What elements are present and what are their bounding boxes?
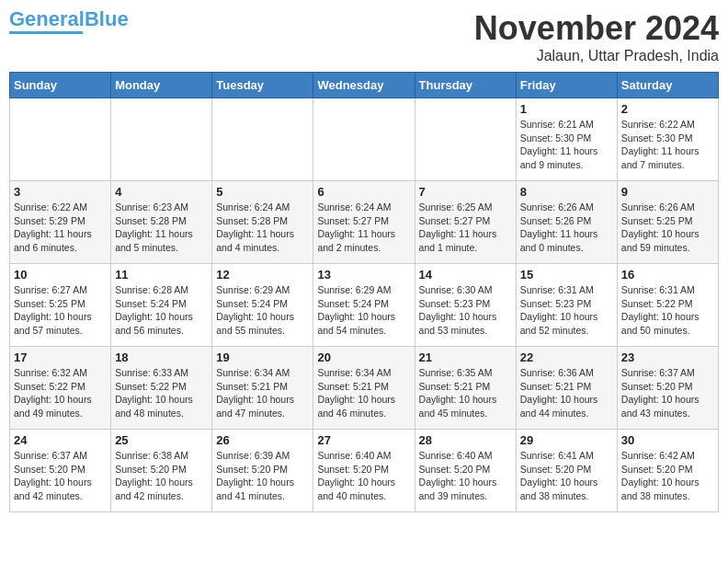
- calendar-cell: 2Sunrise: 6:22 AM Sunset: 5:30 PM Daylig…: [617, 98, 718, 181]
- calendar-week-2: 10Sunrise: 6:27 AM Sunset: 5:25 PM Dayli…: [10, 264, 719, 347]
- calendar-cell: 22Sunrise: 6:36 AM Sunset: 5:21 PM Dayli…: [516, 347, 617, 430]
- day-number: 27: [317, 433, 410, 447]
- calendar-cell: 20Sunrise: 6:34 AM Sunset: 5:21 PM Dayli…: [313, 347, 415, 430]
- header: GeneralBlue November 2024 Jalaun, Uttar …: [9, 9, 719, 64]
- calendar-cell: 5Sunrise: 6:24 AM Sunset: 5:28 PM Daylig…: [212, 181, 313, 264]
- calendar-cell: 23Sunrise: 6:37 AM Sunset: 5:20 PM Dayli…: [617, 347, 718, 430]
- day-info: Sunrise: 6:34 AM Sunset: 5:21 PM Dayligh…: [216, 366, 309, 420]
- day-number: 21: [419, 350, 512, 364]
- day-info: Sunrise: 6:39 AM Sunset: 5:20 PM Dayligh…: [216, 449, 309, 503]
- day-number: 11: [115, 268, 208, 282]
- day-info: Sunrise: 6:29 AM Sunset: 5:24 PM Dayligh…: [216, 283, 309, 338]
- day-info: Sunrise: 6:26 AM Sunset: 5:25 PM Dayligh…: [621, 201, 714, 255]
- calendar-cell: 27Sunrise: 6:40 AM Sunset: 5:20 PM Dayli…: [313, 430, 415, 512]
- day-number: 15: [520, 268, 613, 282]
- day-number: 23: [621, 350, 714, 364]
- calendar-cell: [415, 98, 516, 181]
- calendar-cell: 10Sunrise: 6:27 AM Sunset: 5:25 PM Dayli…: [10, 264, 111, 347]
- day-number: 10: [14, 268, 107, 282]
- header-thursday: Thursday: [415, 73, 516, 98]
- calendar-cell: 29Sunrise: 6:41 AM Sunset: 5:20 PM Dayli…: [516, 430, 617, 512]
- calendar-week-0: 1Sunrise: 6:21 AM Sunset: 5:30 PM Daylig…: [10, 98, 719, 181]
- calendar-cell: 30Sunrise: 6:42 AM Sunset: 5:20 PM Dayli…: [617, 430, 718, 512]
- day-info: Sunrise: 6:36 AM Sunset: 5:21 PM Dayligh…: [520, 366, 613, 420]
- day-info: Sunrise: 6:27 AM Sunset: 5:25 PM Dayligh…: [14, 283, 107, 338]
- header-wednesday: Wednesday: [313, 73, 415, 98]
- calendar-cell: 19Sunrise: 6:34 AM Sunset: 5:21 PM Dayli…: [212, 347, 313, 430]
- calendar-cell: 4Sunrise: 6:23 AM Sunset: 5:28 PM Daylig…: [111, 181, 212, 264]
- day-info: Sunrise: 6:29 AM Sunset: 5:24 PM Dayligh…: [317, 283, 410, 338]
- day-info: Sunrise: 6:40 AM Sunset: 5:20 PM Dayligh…: [419, 449, 512, 503]
- day-number: 16: [621, 268, 714, 282]
- calendar-week-1: 3Sunrise: 6:22 AM Sunset: 5:29 PM Daylig…: [10, 181, 719, 264]
- month-title: November 2024: [474, 9, 719, 48]
- day-number: 8: [520, 185, 613, 199]
- header-tuesday: Tuesday: [212, 73, 313, 98]
- day-info: Sunrise: 6:34 AM Sunset: 5:21 PM Dayligh…: [317, 366, 410, 420]
- day-number: 19: [216, 350, 309, 364]
- subtitle: Jalaun, Uttar Pradesh, India: [474, 48, 719, 64]
- header-sunday: Sunday: [10, 73, 111, 98]
- day-info: Sunrise: 6:25 AM Sunset: 5:27 PM Dayligh…: [419, 201, 512, 255]
- day-number: 6: [317, 185, 410, 199]
- day-number: 28: [419, 433, 512, 447]
- calendar-cell: 1Sunrise: 6:21 AM Sunset: 5:30 PM Daylig…: [516, 98, 617, 181]
- day-number: 2: [621, 102, 714, 116]
- calendar-cell: 6Sunrise: 6:24 AM Sunset: 5:27 PM Daylig…: [313, 181, 415, 264]
- day-number: 30: [621, 433, 714, 447]
- day-number: 17: [14, 350, 107, 364]
- calendar-cell: 28Sunrise: 6:40 AM Sunset: 5:20 PM Dayli…: [415, 430, 516, 512]
- calendar-week-3: 17Sunrise: 6:32 AM Sunset: 5:22 PM Dayli…: [10, 347, 719, 430]
- header-saturday: Saturday: [617, 73, 718, 98]
- calendar-cell: [313, 98, 415, 181]
- day-number: 14: [419, 268, 512, 282]
- day-info: Sunrise: 6:23 AM Sunset: 5:28 PM Dayligh…: [115, 201, 208, 255]
- day-info: Sunrise: 6:40 AM Sunset: 5:20 PM Dayligh…: [317, 449, 410, 503]
- logo-general: General: [9, 7, 85, 30]
- calendar-cell: 9Sunrise: 6:26 AM Sunset: 5:25 PM Daylig…: [617, 181, 718, 264]
- weekday-header-row: Sunday Monday Tuesday Wednesday Thursday…: [10, 73, 719, 98]
- header-monday: Monday: [111, 73, 212, 98]
- day-info: Sunrise: 6:41 AM Sunset: 5:20 PM Dayligh…: [520, 449, 613, 503]
- day-number: 22: [520, 350, 613, 364]
- day-number: 18: [115, 350, 208, 364]
- day-number: 13: [317, 268, 410, 282]
- logo-underline: [9, 31, 83, 34]
- day-info: Sunrise: 6:22 AM Sunset: 5:29 PM Dayligh…: [14, 201, 107, 255]
- day-number: 4: [115, 185, 208, 199]
- calendar-cell: 25Sunrise: 6:38 AM Sunset: 5:20 PM Dayli…: [111, 430, 212, 512]
- day-info: Sunrise: 6:21 AM Sunset: 5:30 PM Dayligh…: [520, 118, 613, 172]
- day-number: 1: [520, 102, 613, 116]
- day-info: Sunrise: 6:24 AM Sunset: 5:27 PM Dayligh…: [317, 201, 410, 255]
- day-info: Sunrise: 6:42 AM Sunset: 5:20 PM Dayligh…: [621, 449, 714, 503]
- day-number: 26: [216, 433, 309, 447]
- day-info: Sunrise: 6:22 AM Sunset: 5:30 PM Dayligh…: [621, 118, 714, 172]
- calendar-cell: 24Sunrise: 6:37 AM Sunset: 5:20 PM Dayli…: [10, 430, 111, 512]
- day-info: Sunrise: 6:37 AM Sunset: 5:20 PM Dayligh…: [621, 366, 714, 420]
- calendar-cell: 12Sunrise: 6:29 AM Sunset: 5:24 PM Dayli…: [212, 264, 313, 347]
- day-info: Sunrise: 6:35 AM Sunset: 5:21 PM Dayligh…: [419, 366, 512, 420]
- day-info: Sunrise: 6:33 AM Sunset: 5:22 PM Dayligh…: [115, 366, 208, 420]
- calendar-cell: 18Sunrise: 6:33 AM Sunset: 5:22 PM Dayli…: [111, 347, 212, 430]
- header-friday: Friday: [516, 73, 617, 98]
- day-number: 7: [419, 185, 512, 199]
- day-info: Sunrise: 6:32 AM Sunset: 5:22 PM Dayligh…: [14, 366, 107, 420]
- day-number: 12: [216, 268, 309, 282]
- calendar-week-4: 24Sunrise: 6:37 AM Sunset: 5:20 PM Dayli…: [10, 430, 719, 512]
- day-number: 24: [14, 433, 107, 447]
- day-info: Sunrise: 6:31 AM Sunset: 5:22 PM Dayligh…: [621, 283, 714, 338]
- day-number: 3: [14, 185, 107, 199]
- day-info: Sunrise: 6:24 AM Sunset: 5:28 PM Dayligh…: [216, 201, 309, 255]
- calendar: Sunday Monday Tuesday Wednesday Thursday…: [9, 72, 719, 512]
- day-info: Sunrise: 6:28 AM Sunset: 5:24 PM Dayligh…: [115, 283, 208, 338]
- day-info: Sunrise: 6:26 AM Sunset: 5:26 PM Dayligh…: [520, 201, 613, 255]
- calendar-cell: 16Sunrise: 6:31 AM Sunset: 5:22 PM Dayli…: [617, 264, 718, 347]
- calendar-cell: [212, 98, 313, 181]
- day-number: 25: [115, 433, 208, 447]
- calendar-cell: [10, 98, 111, 181]
- day-number: 29: [520, 433, 613, 447]
- day-number: 9: [621, 185, 714, 199]
- calendar-cell: 21Sunrise: 6:35 AM Sunset: 5:21 PM Dayli…: [415, 347, 516, 430]
- day-info: Sunrise: 6:30 AM Sunset: 5:23 PM Dayligh…: [419, 283, 512, 338]
- calendar-cell: [111, 98, 212, 181]
